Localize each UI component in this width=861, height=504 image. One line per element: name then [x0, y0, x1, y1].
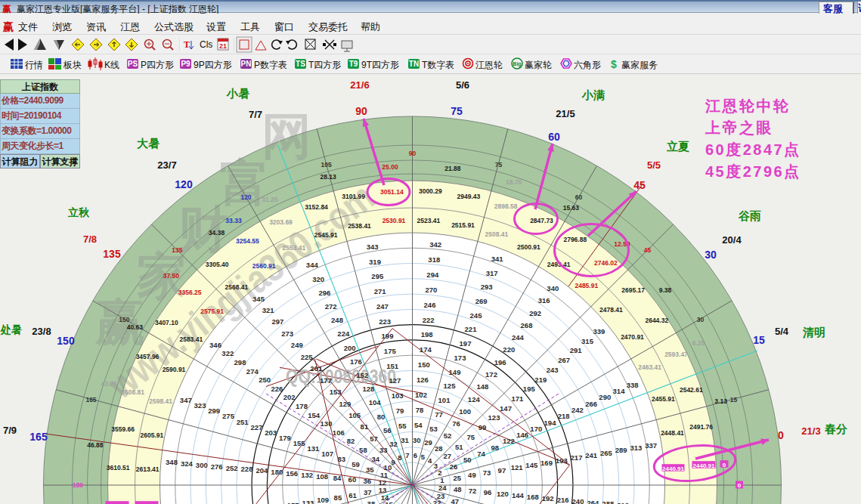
svg-text:Cls: Cls: [200, 39, 212, 50]
svg-text:122: 122: [503, 437, 515, 445]
svg-text:21/6: 21/6: [350, 79, 369, 91]
svg-text:99: 99: [479, 423, 487, 431]
svg-text:谷雨: 谷雨: [738, 209, 761, 222]
svg-text:150: 150: [57, 335, 75, 347]
svg-text:QQ:100800360: QQ:100800360: [286, 366, 396, 387]
svg-text:TS: TS: [296, 60, 305, 68]
svg-text:27: 27: [444, 452, 452, 460]
svg-text:25: 25: [453, 474, 461, 482]
svg-text:316: 316: [538, 296, 550, 305]
svg-text:3.13: 3.13: [714, 397, 727, 405]
svg-text:60度2847点: 60度2847点: [705, 141, 801, 158]
svg-text:2515.91: 2515.91: [451, 221, 475, 229]
svg-text:101: 101: [438, 396, 451, 404]
svg-text:144: 144: [512, 491, 525, 499]
svg-text:204: 204: [256, 466, 268, 475]
svg-text:126: 126: [417, 376, 429, 384]
svg-text:6: 6: [413, 451, 417, 459]
svg-text:193: 193: [556, 456, 568, 465]
svg-text:76: 76: [452, 419, 460, 428]
svg-text:60: 60: [548, 131, 560, 143]
svg-text:340: 340: [547, 284, 559, 292]
svg-text:15: 15: [730, 396, 738, 404]
svg-text:2598.41: 2598.41: [149, 397, 172, 405]
svg-text:125: 125: [444, 382, 457, 390]
svg-text:59: 59: [352, 460, 360, 468]
svg-text:318: 318: [428, 255, 440, 264]
svg-text:106: 106: [333, 428, 345, 437]
svg-text:297: 297: [271, 317, 283, 326]
svg-text:132: 132: [301, 471, 313, 479]
svg-text:346: 346: [209, 341, 221, 349]
svg-text:2491.76: 2491.76: [689, 423, 713, 431]
svg-text:9: 9: [391, 458, 395, 466]
svg-text:2470.91: 2470.91: [621, 333, 644, 341]
svg-text:7/9: 7/9: [3, 425, 17, 436]
svg-text:201: 201: [310, 364, 323, 373]
svg-text:3305.40: 3305.40: [206, 261, 229, 268]
svg-text:175: 175: [384, 347, 397, 355]
svg-text:174: 174: [420, 345, 432, 354]
svg-text:149: 149: [449, 368, 461, 376]
svg-text:58: 58: [359, 446, 367, 454]
svg-text:313: 313: [630, 444, 642, 452]
svg-text:3152.84: 3152.84: [305, 203, 328, 211]
svg-text:102: 102: [415, 391, 427, 399]
svg-text:269: 269: [475, 297, 488, 305]
svg-text:194: 194: [544, 419, 557, 427]
svg-text:275: 275: [222, 412, 235, 420]
svg-text:3559.66: 3559.66: [111, 425, 135, 433]
svg-text:2530.91: 2530.91: [382, 217, 406, 224]
svg-text:217: 217: [571, 453, 583, 462]
svg-text:81: 81: [361, 422, 369, 431]
svg-text:154: 154: [308, 411, 321, 419]
svg-text:34: 34: [371, 455, 379, 463]
svg-text:2644.32: 2644.32: [645, 317, 668, 324]
svg-text:35: 35: [366, 465, 374, 474]
svg-text:15: 15: [753, 334, 765, 346]
svg-text:157: 157: [287, 501, 299, 504]
svg-text:345: 345: [252, 295, 265, 303]
svg-text:79: 79: [396, 407, 404, 415]
svg-text:2553.41: 2553.41: [283, 244, 306, 252]
svg-text:2542.61: 2542.61: [680, 386, 703, 394]
svg-text:78: 78: [416, 406, 424, 414]
svg-text:2847.73: 2847.73: [530, 217, 553, 224]
svg-text:春分: 春分: [824, 422, 847, 435]
svg-text:98: 98: [491, 444, 499, 452]
svg-text:82: 82: [347, 437, 355, 445]
svg-text:38: 38: [367, 499, 376, 504]
svg-text:2560.91: 2560.91: [252, 262, 276, 270]
svg-text:103: 103: [392, 391, 404, 400]
svg-text:178: 178: [296, 402, 308, 410]
svg-text:T9: T9: [349, 60, 358, 68]
svg-text:252: 252: [226, 464, 238, 472]
svg-text:268: 268: [521, 321, 533, 329]
svg-text:$: $: [611, 58, 617, 70]
svg-text:320: 320: [312, 275, 324, 283]
svg-text:150: 150: [119, 316, 129, 323]
svg-text:3203.69: 3203.69: [269, 218, 293, 226]
svg-text:171: 171: [511, 394, 524, 403]
svg-text:342: 342: [429, 240, 441, 249]
svg-text:77: 77: [435, 410, 443, 419]
svg-text:3101.99: 3101.99: [342, 193, 365, 200]
svg-text:84: 84: [333, 474, 342, 482]
svg-text:198: 198: [421, 330, 433, 339]
svg-text:220: 220: [503, 345, 515, 354]
svg-text:176: 176: [350, 357, 362, 366]
svg-text:146: 146: [516, 431, 528, 439]
svg-text:2455.91: 2455.91: [652, 395, 675, 403]
svg-text:202: 202: [283, 393, 296, 401]
svg-text:23/7: 23/7: [157, 159, 176, 171]
svg-text:6.25: 6.25: [692, 339, 705, 347]
svg-text:321: 321: [262, 306, 275, 314]
svg-text:3457.96: 3457.96: [136, 353, 160, 360]
svg-text:348: 348: [166, 458, 178, 466]
svg-text:314: 314: [613, 387, 626, 395]
svg-text:249: 249: [291, 341, 303, 349]
svg-text:228: 228: [241, 465, 253, 473]
svg-text:338: 338: [627, 381, 639, 389]
svg-text:156: 156: [286, 469, 298, 478]
svg-text:151: 151: [386, 362, 399, 370]
